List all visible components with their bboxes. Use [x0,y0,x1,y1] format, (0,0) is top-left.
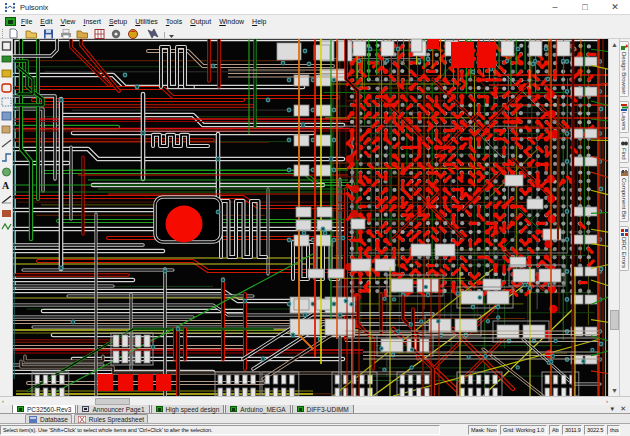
svg-text:A: A [2,180,10,191]
